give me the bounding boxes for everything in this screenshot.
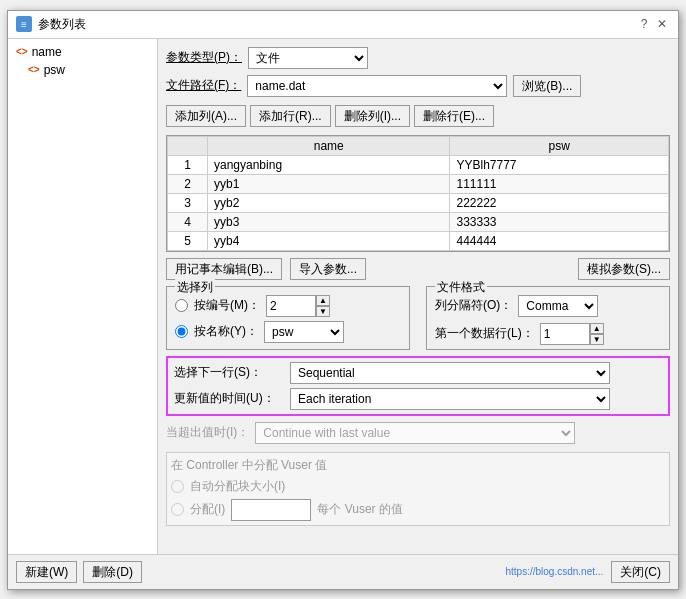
by-name-radio[interactable] (175, 325, 188, 338)
import-params-button[interactable]: 导入参数... (290, 258, 366, 280)
close-title-button[interactable]: ✕ (654, 16, 670, 32)
title-buttons: ? ✕ (636, 16, 670, 32)
by-number-spinners: ▲ ▼ (316, 295, 330, 317)
by-name-row: 按名称(Y)： psw name (175, 321, 401, 343)
by-number-input[interactable] (266, 295, 316, 317)
add-col-button[interactable]: 添加列(A)... (166, 105, 246, 127)
file-format-group: 文件格式 列分隔符(O)： Comma Tab Space 第一个数据行(L)： (426, 286, 670, 350)
by-number-label: 按编号(M)： (194, 297, 260, 314)
col-format-section: 选择列 按编号(M)： ▲ ▼ (166, 286, 670, 350)
notepad-edit-button[interactable]: 用记事本编辑(B)... (166, 258, 282, 280)
table-row[interactable]: 5yyb4444444 (168, 231, 669, 250)
auto-distribute-radio (171, 480, 184, 493)
manual-radio-row: 分配(I) 每个 Vuser 的值 (171, 499, 665, 521)
dialog-body: <> name <> psw 参数类型(P)： 文件 整数 字符串 随机 (8, 39, 678, 554)
col-header-name: name (208, 136, 450, 155)
select-next-select[interactable]: Sequential Random Unique (290, 362, 610, 384)
bottom-toolbar: 用记事本编辑(B)... 导入参数... 模拟参数(S)... (166, 258, 670, 280)
toolbar-row: 添加列(A)... 添加行(R)... 删除列(I)... 删除行(E)... (166, 105, 670, 127)
simulate-params-button[interactable]: 模拟参数(S)... (578, 258, 670, 280)
first-data-input-wrap: ▲ ▼ (540, 323, 604, 345)
controller-title: 在 Controller 中分配 Vuser 值 (171, 457, 665, 474)
table-row[interactable]: 1yangyanbingYYBlh7777 (168, 155, 669, 174)
title-bar-left: ≡ 参数列表 (16, 16, 86, 33)
col-header-index (168, 136, 208, 155)
data-table: name psw 1yangyanbingYYBlh77772yyb111111… (167, 136, 669, 251)
select-col-options: 按编号(M)： ▲ ▼ 按名称(Y)： (175, 295, 401, 343)
controller-section: 在 Controller 中分配 Vuser 值 自动分配块大小(I) 分配(I… (166, 452, 670, 526)
select-col-title: 选择列 (175, 279, 215, 296)
manual-distribute-input (231, 499, 311, 521)
dialog-title: 参数列表 (38, 16, 86, 33)
update-value-label: 更新值的时间(U)： (174, 390, 284, 407)
by-number-up[interactable]: ▲ (316, 295, 330, 306)
file-path-select[interactable]: name.dat (247, 75, 507, 97)
new-button[interactable]: 新建(W) (16, 561, 77, 583)
manual-distribute-label: 分配(I) (190, 501, 225, 518)
tree-label-psw: psw (44, 63, 65, 77)
by-number-row: 按编号(M)： ▲ ▼ (175, 295, 401, 317)
tree-item-psw[interactable]: <> psw (12, 61, 153, 79)
first-data-label: 第一个数据行(L)： (435, 325, 534, 342)
overflow-select: Continue with last value (255, 422, 575, 444)
by-name-label: 按名称(Y)： (194, 323, 258, 340)
col-sep-select[interactable]: Comma Tab Space (518, 295, 598, 317)
by-number-input-wrap: ▲ ▼ (266, 295, 330, 317)
dialog-footer: 新建(W) 删除(D) https://blog.csdn.net... 关闭(… (8, 554, 678, 589)
auto-radio-row: 自动分配块大小(I) (171, 478, 665, 495)
left-panel: <> name <> psw (8, 39, 158, 554)
per-vuser-label: 每个 Vuser 的值 (317, 501, 403, 518)
delete-button[interactable]: 删除(D) (83, 561, 142, 583)
by-number-radio[interactable] (175, 299, 188, 312)
first-data-row: 第一个数据行(L)： ▲ ▼ (435, 323, 661, 345)
tree-label-name: name (32, 45, 62, 59)
dialog-icon: ≡ (16, 16, 32, 32)
first-data-spinners: ▲ ▼ (590, 323, 604, 345)
del-row-button[interactable]: 删除行(E)... (414, 105, 494, 127)
tree-icon-name: <> (16, 46, 28, 57)
update-value-row: 更新值的时间(U)： Each iteration Once Each occu… (174, 388, 662, 410)
highlighted-section: 选择下一行(S)： Sequential Random Unique 更新值的时… (166, 356, 670, 416)
manual-distribute-radio (171, 503, 184, 516)
col-header-psw: psw (450, 136, 669, 155)
first-data-input[interactable] (540, 323, 590, 345)
param-type-select[interactable]: 文件 整数 字符串 随机 (248, 47, 368, 69)
browse-button[interactable]: 浏览(B)... (513, 75, 581, 97)
add-row-button[interactable]: 添加行(R)... (250, 105, 331, 127)
table-row[interactable]: 2yyb1111111 (168, 174, 669, 193)
data-table-area[interactable]: name psw 1yangyanbingYYBlh77772yyb111111… (166, 135, 670, 252)
table-row[interactable]: 3yyb2222222 (168, 193, 669, 212)
del-col-button[interactable]: 删除列(I)... (335, 105, 410, 127)
first-data-up[interactable]: ▲ (590, 323, 604, 334)
col-sep-label: 列分隔符(O)： (435, 297, 512, 314)
by-name-select[interactable]: psw name (264, 321, 344, 343)
by-number-down[interactable]: ▼ (316, 306, 330, 317)
footer-right: https://blog.csdn.net... 关闭(C) (505, 561, 670, 583)
first-data-down[interactable]: ▼ (590, 334, 604, 345)
help-button[interactable]: ? (636, 16, 652, 32)
title-bar: ≡ 参数列表 ? ✕ (8, 11, 678, 39)
close-button[interactable]: 关闭(C) (611, 561, 670, 583)
tree-item-name[interactable]: <> name (12, 43, 153, 61)
update-value-select[interactable]: Each iteration Once Each occurrence (290, 388, 610, 410)
file-format-title: 文件格式 (435, 279, 487, 296)
overflow-row: 当超出值时(I)： Continue with last value (166, 422, 670, 444)
file-path-row: 文件路径(F)： name.dat 浏览(B)... (166, 75, 670, 97)
select-next-row: 选择下一行(S)： Sequential Random Unique (174, 362, 662, 384)
auto-distribute-label: 自动分配块大小(I) (190, 478, 285, 495)
select-col-group: 选择列 按编号(M)： ▲ ▼ (166, 286, 410, 350)
table-row[interactable]: 4yyb3333333 (168, 212, 669, 231)
watermark: https://blog.csdn.net... (505, 566, 603, 577)
param-type-row: 参数类型(P)： 文件 整数 字符串 随机 (166, 47, 670, 69)
right-panel: 参数类型(P)： 文件 整数 字符串 随机 文件路径(F)： name.dat … (158, 39, 678, 554)
file-path-label: 文件路径(F)： (166, 77, 241, 94)
overflow-label: 当超出值时(I)： (166, 424, 249, 441)
tree-icon-psw: <> (28, 64, 40, 75)
footer-left: 新建(W) 删除(D) (16, 561, 142, 583)
col-sep-row: 列分隔符(O)： Comma Tab Space (435, 295, 661, 317)
param-type-label: 参数类型(P)： (166, 49, 242, 66)
select-next-label: 选择下一行(S)： (174, 364, 284, 381)
parameter-list-dialog: ≡ 参数列表 ? ✕ <> name <> psw 参数类型(P)： (7, 10, 679, 590)
